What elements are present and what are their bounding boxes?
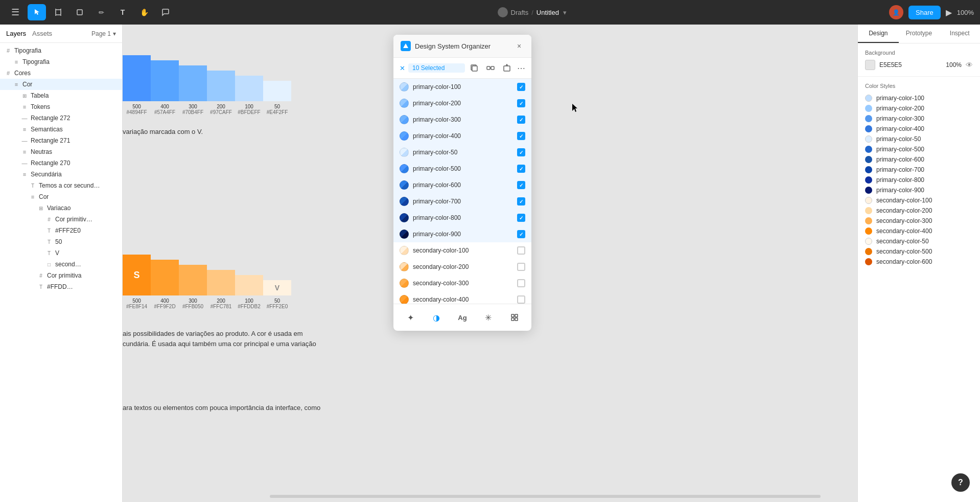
- menu-tool-btn[interactable]: ☰: [6, 4, 25, 20]
- move-tool-btn[interactable]: [28, 4, 46, 20]
- horizontal-scrollbar[interactable]: [270, 495, 821, 498]
- link-styles-button[interactable]: [484, 62, 497, 74]
- item-checkbox[interactable]: ✓: [517, 116, 525, 124]
- inspect-tab[interactable]: Inspect: [939, 25, 980, 43]
- text-tool-button[interactable]: Ag: [454, 309, 471, 326]
- plugin-list-item[interactable]: primary-color-700 ✓: [393, 193, 531, 210]
- item-checkbox[interactable]: ✓: [517, 214, 525, 222]
- layer-item-second[interactable]: □ second…: [0, 259, 122, 270]
- fill-tool-button[interactable]: ◑: [428, 309, 445, 326]
- item-checkbox[interactable]: ✓: [517, 197, 525, 206]
- color-swatch-icon: [400, 82, 409, 92]
- text-tool-btn[interactable]: T: [113, 4, 132, 20]
- plugin-list-item[interactable]: primary-color-300 ✓: [393, 111, 531, 128]
- plugin-list-item[interactable]: secondary-color-400: [393, 291, 531, 304]
- layer-item-tokens[interactable]: ≡ Tokens: [0, 101, 122, 112]
- plugin-list-item[interactable]: primary-color-400 ✓: [393, 128, 531, 144]
- background-hex-value[interactable]: E5E5E5: [879, 61, 942, 69]
- layer-item-rect272[interactable]: — Rectangle 272: [0, 112, 122, 124]
- layer-item-tabela[interactable]: ⊞ Tabela: [0, 90, 122, 101]
- plugin-list-item[interactable]: primary-color-600 ✓: [393, 177, 531, 193]
- layer-item-ffdd[interactable]: T #FFDD…: [0, 281, 122, 292]
- styles-tool-button[interactable]: ✦: [402, 309, 418, 326]
- visibility-toggle-icon[interactable]: 👁: [966, 61, 973, 69]
- comment-tool-btn[interactable]: [156, 4, 175, 20]
- topbar-right: 👤 Share ▶ 100%: [889, 5, 974, 19]
- design-tab[interactable]: Design: [858, 25, 899, 43]
- plugin-list-item[interactable]: secondary-color-200: [393, 259, 531, 275]
- color-swatch-icon: [400, 295, 409, 304]
- layer-item-rect270[interactable]: — Rectangle 270: [0, 157, 122, 169]
- layer-item-rect271[interactable]: — Rectangle 271: [0, 135, 122, 146]
- group-icon: #: [37, 271, 45, 280]
- assets-tab[interactable]: Assets: [32, 29, 52, 38]
- item-checkbox[interactable]: [517, 279, 525, 287]
- item-checkbox[interactable]: [517, 295, 525, 304]
- help-button[interactable]: ?: [951, 473, 970, 492]
- layer-item-50[interactable]: T 50: [0, 236, 122, 247]
- background-row: E5E5E5 100% 👁: [865, 60, 973, 70]
- play-button[interactable]: ▶: [946, 8, 952, 17]
- item-checkbox[interactable]: ✓: [517, 99, 525, 107]
- plugin-list-item[interactable]: primary-color-900 ✓: [393, 226, 531, 242]
- layer-item-variacao[interactable]: ⊞ Variacao: [0, 202, 122, 214]
- rect-icon: —: [20, 114, 29, 122]
- svg-rect-5: [77, 10, 82, 15]
- plugin-list-item[interactable]: primary-color-200 ✓: [393, 95, 531, 111]
- layer-item-v[interactable]: T V: [0, 247, 122, 259]
- layer-item-cor[interactable]: ≡ Cor: [0, 79, 122, 90]
- layer-item-semanticas[interactable]: ≡ Semanticas: [0, 124, 122, 135]
- more-options-button[interactable]: ⋯: [517, 62, 525, 74]
- layer-item-temos-cor[interactable]: T Temos a cor secund…: [0, 180, 122, 191]
- layer-item-tipografia[interactable]: ≡ Tipografia: [0, 56, 122, 67]
- item-checkbox[interactable]: ✓: [517, 165, 525, 173]
- copy-styles-button[interactable]: [468, 62, 480, 74]
- item-checkbox[interactable]: ✓: [517, 132, 525, 140]
- svg-rect-14: [515, 314, 518, 317]
- cs-item-pc100: primary-color-100: [865, 93, 973, 103]
- drafts-label[interactable]: Drafts: [511, 9, 529, 16]
- clear-selection-button[interactable]: ✕: [400, 64, 405, 72]
- effects-tool-button[interactable]: ✳: [480, 309, 497, 326]
- plugin-list-item[interactable]: primary-color-100 ✓: [393, 79, 531, 95]
- layers-tab[interactable]: Layers: [6, 29, 26, 38]
- item-checkbox[interactable]: ✓: [517, 230, 525, 238]
- share-button[interactable]: Share: [908, 6, 941, 19]
- background-color-swatch[interactable]: [865, 60, 875, 70]
- plugin-list-item[interactable]: primary-color-50 ✓: [393, 144, 531, 161]
- shape-tool-btn[interactable]: [71, 4, 89, 20]
- layer-item-cor2[interactable]: ≡ Cor: [0, 191, 122, 202]
- pen-tool-btn[interactable]: ✏: [92, 4, 110, 20]
- layer-item-neutras[interactable]: ≡ Neutras: [0, 146, 122, 157]
- cs-item-pc200: primary-color-200: [865, 103, 973, 113]
- item-checkbox[interactable]: [517, 246, 525, 255]
- cursor: [572, 104, 577, 112]
- layer-item-cor-prim2[interactable]: # Cor primitiva: [0, 270, 122, 281]
- layer-item-cor-prim1[interactable]: # Cor primitiv…: [0, 214, 122, 225]
- plugin-close-button[interactable]: ×: [514, 41, 524, 51]
- file-name[interactable]: Untitled ▾: [536, 9, 567, 16]
- plugin-list-item[interactable]: secondary-color-100: [393, 242, 531, 259]
- plugin-list-item[interactable]: primary-color-800 ✓: [393, 210, 531, 226]
- zoom-level[interactable]: 100%: [957, 9, 974, 16]
- layer-item-cores-group[interactable]: # Cores: [0, 67, 122, 79]
- frame-tool-btn[interactable]: [49, 4, 67, 20]
- item-checkbox[interactable]: ✓: [517, 83, 525, 91]
- plugin-list-item[interactable]: primary-color-500 ✓: [393, 161, 531, 177]
- plugin-list-item[interactable]: secondary-color-300: [393, 275, 531, 291]
- text-icon: T: [45, 226, 53, 235]
- layer-item-fff2e0[interactable]: T #FFF2E0: [0, 225, 122, 236]
- hand-tool-btn[interactable]: ✋: [135, 4, 153, 20]
- layer-item-tipografia-group[interactable]: # Tipografia: [0, 45, 122, 56]
- item-checkbox[interactable]: ✓: [517, 148, 525, 156]
- page-selector[interactable]: Page 1 ▾: [91, 30, 116, 37]
- color-dot: [865, 115, 872, 122]
- cs-item-pc800: primary-color-800: [865, 175, 973, 185]
- item-checkbox[interactable]: ✓: [517, 181, 525, 189]
- background-opacity-value[interactable]: 100%: [946, 61, 962, 69]
- layer-item-secundaria[interactable]: ≡ Secundária: [0, 169, 122, 180]
- grid-tool-button[interactable]: [506, 309, 523, 326]
- export-button[interactable]: [501, 62, 513, 74]
- item-checkbox[interactable]: [517, 263, 525, 271]
- prototype-tab[interactable]: Prototype: [899, 25, 940, 43]
